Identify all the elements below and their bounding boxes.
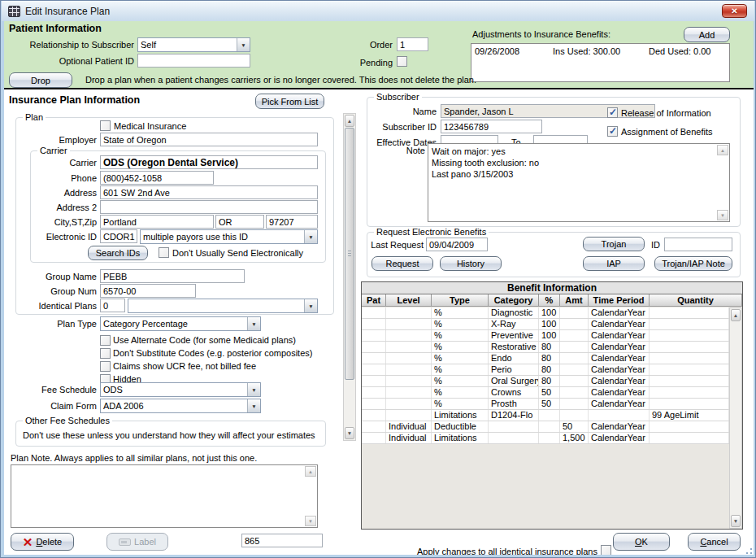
- scroll-up-icon[interactable]: ▲: [717, 145, 728, 155]
- table-row[interactable]: IndividualDeductible50CalendarYear: [362, 421, 729, 433]
- scrollbar-thumb[interactable]: [345, 128, 354, 380]
- chevron-down-icon[interactable]: [237, 38, 250, 51]
- identical-plans-label: Identical Plans: [4, 301, 97, 312]
- label-button[interactable]: Label: [106, 533, 168, 551]
- assignment-of-benefits-checkbox[interactable]: [607, 126, 618, 137]
- table-row[interactable]: IndividualLimitations1,500CalendarYear: [362, 433, 729, 444]
- column-header[interactable]: Category: [489, 294, 539, 306]
- chevron-down-icon[interactable]: [304, 230, 317, 243]
- table-cell: D1204-Flo: [489, 410, 539, 421]
- scroll-up-icon[interactable]: ▲: [731, 309, 741, 321]
- adjustment-row[interactable]: 09/26/2008 Ins Used: 300.00 Ded Used: 0.…: [471, 46, 729, 58]
- left-panel-scrollbar[interactable]: ▲ ▼: [343, 113, 356, 441]
- table-cell: Individual: [386, 421, 432, 432]
- table-row[interactable]: %Oral Surgery80CalendarYear: [362, 376, 729, 387]
- scroll-down-icon[interactable]: ▼: [305, 516, 316, 526]
- iap-button[interactable]: IAP: [583, 256, 645, 271]
- scroll-down-icon[interactable]: ▼: [345, 427, 354, 439]
- last-request-field[interactable]: [426, 238, 488, 251]
- plan-option-checkbox[interactable]: [100, 348, 111, 359]
- table-row[interactable]: %X-Ray100CalendarYear: [362, 319, 729, 330]
- column-header[interactable]: Quantity: [650, 294, 742, 306]
- phone-field[interactable]: [100, 171, 214, 185]
- city-field[interactable]: [100, 215, 214, 229]
- adjustments-listbox[interactable]: 09/26/2008 Ins Used: 300.00 Ded Used: 0.…: [471, 43, 730, 82]
- zip-field[interactable]: [266, 215, 318, 229]
- group-name-field[interactable]: [100, 269, 245, 283]
- chevron-down-icon[interactable]: [247, 317, 260, 330]
- plan-type-combo[interactable]: Category Percentage: [100, 316, 261, 331]
- column-header[interactable]: Amt: [560, 294, 589, 306]
- cancel-button[interactable]: Cancel: [688, 533, 741, 551]
- plan-number-field[interactable]: [241, 534, 323, 547]
- subscriber-note-textarea[interactable]: Wait on major: yes Missing tooth exclusi…: [428, 143, 730, 222]
- chevron-down-icon[interactable]: [247, 383, 260, 396]
- chevron-down-icon[interactable]: [304, 299, 317, 312]
- table-cell: %: [432, 364, 489, 375]
- column-header[interactable]: Pat: [362, 294, 386, 306]
- payor-id-combo[interactable]: multiple payors use this ID: [140, 229, 318, 244]
- table-cell: [386, 364, 432, 375]
- subscriber-id-field[interactable]: [441, 120, 542, 133]
- optional-patient-id-label: Optional Patient ID: [4, 56, 134, 67]
- plan-note-label: Plan Note. Always applies to all similar…: [11, 453, 257, 464]
- address-field[interactable]: [100, 185, 318, 199]
- group-num-field[interactable]: [100, 284, 196, 298]
- request-button[interactable]: Request: [371, 256, 433, 271]
- ok-button[interactable]: OK: [613, 533, 670, 551]
- scroll-down-icon[interactable]: ▼: [731, 515, 741, 527]
- carrier-field[interactable]: [100, 155, 318, 169]
- plan-option-checkbox[interactable]: [100, 361, 111, 372]
- claim-form-combo[interactable]: ADA 2006: [100, 399, 261, 413]
- apply-changes-checkbox[interactable]: [601, 545, 611, 555]
- employer-field[interactable]: [100, 133, 318, 146]
- state-field[interactable]: [215, 215, 264, 229]
- address2-field[interactable]: [100, 200, 318, 214]
- table-row[interactable]: %Prosth50CalendarYear: [362, 399, 729, 410]
- fee-schedule-combo[interactable]: ODS: [100, 382, 261, 397]
- table-row[interactable]: %Diagnostic100CalendarYear: [362, 307, 729, 319]
- add-adjustment-button[interactable]: Add: [684, 27, 730, 42]
- address-label: Address: [4, 188, 97, 198]
- medical-insurance-label: Medical Insurance: [114, 121, 186, 132]
- drop-button[interactable]: Drop: [9, 72, 72, 88]
- release-of-information-checkbox[interactable]: [607, 107, 618, 118]
- identical-plans-field[interactable]: [100, 299, 125, 312]
- dont-send-electronically-checkbox[interactable]: [159, 247, 169, 258]
- delete-button[interactable]: ✕ Delete: [11, 533, 74, 551]
- medical-insurance-checkbox[interactable]: [100, 120, 111, 131]
- table-row[interactable]: %Endo80CalendarYear: [362, 353, 729, 364]
- table-row[interactable]: %Crowns50CalendarYear: [362, 387, 729, 399]
- table-cell: [386, 330, 432, 341]
- column-header[interactable]: %: [539, 294, 560, 306]
- pending-checkbox[interactable]: [397, 56, 407, 67]
- table-row[interactable]: %Preventive100CalendarYear: [362, 330, 729, 342]
- table-row[interactable]: %Restorative80CalendarYear: [362, 342, 729, 353]
- column-header[interactable]: Level: [386, 294, 432, 306]
- resize-grip[interactable]: [743, 545, 753, 555]
- trojan-button[interactable]: Trojan: [583, 237, 645, 251]
- table-row[interactable]: LimitationsD1204-Flo99 AgeLimit: [362, 410, 729, 421]
- table-cell: [650, 342, 729, 352]
- pick-from-list-button[interactable]: Pick From List: [255, 94, 324, 109]
- table-cell: CalendarYear: [589, 319, 650, 329]
- electronic-id-field[interactable]: [100, 229, 137, 243]
- table-row[interactable]: %Perio80CalendarYear: [362, 364, 729, 376]
- plan-option-checkbox[interactable]: [100, 335, 111, 346]
- relationship-combo[interactable]: Self: [137, 37, 250, 52]
- identical-plans-combo[interactable]: [128, 299, 318, 313]
- search-ids-button[interactable]: Search IDs: [88, 246, 148, 260]
- plan-note-textarea[interactable]: ▲ ▼: [11, 464, 318, 528]
- scroll-up-icon[interactable]: ▲: [305, 466, 316, 477]
- column-header[interactable]: Time Period: [589, 294, 650, 306]
- optional-patient-id-field[interactable]: [137, 54, 250, 68]
- trojan-iap-note-button[interactable]: Trojan/IAP Note: [654, 256, 732, 271]
- chevron-down-icon[interactable]: [247, 399, 260, 412]
- order-field[interactable]: [397, 37, 428, 51]
- column-header[interactable]: Type: [432, 294, 489, 306]
- benefit-grid-scrollbar[interactable]: ▲ ▼: [729, 307, 742, 529]
- history-button[interactable]: History: [440, 256, 502, 271]
- trojan-id-field[interactable]: [664, 238, 732, 251]
- scroll-down-icon[interactable]: ▼: [717, 210, 728, 220]
- close-button[interactable]: ✕: [722, 4, 747, 18]
